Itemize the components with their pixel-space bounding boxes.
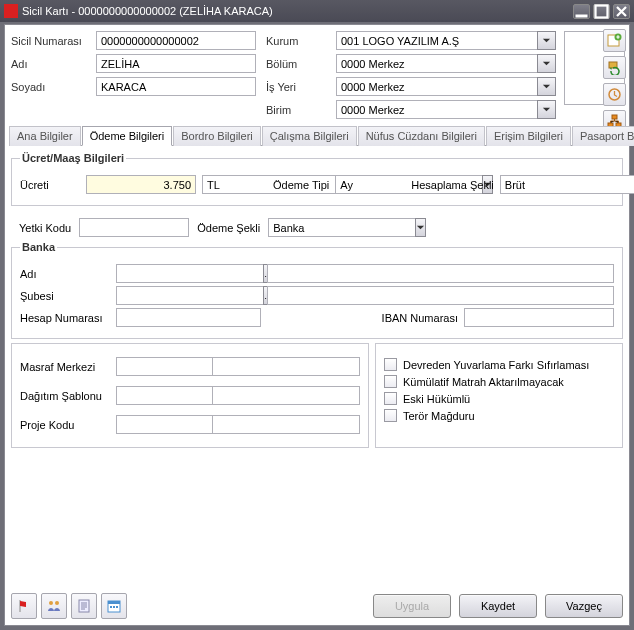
close-button[interactable]	[613, 4, 630, 19]
uygula-button: Uygula	[373, 594, 451, 618]
kumulatif-checkbox[interactable]	[384, 375, 397, 388]
tool-people[interactable]	[41, 593, 67, 619]
kurum-dropdown-button[interactable]	[537, 31, 556, 50]
svg-rect-0	[576, 14, 588, 17]
hesaplama-input[interactable]	[500, 175, 634, 194]
side-tool-add[interactable]	[603, 29, 626, 52]
banka-sube-label: Şubesi	[20, 290, 110, 302]
svg-rect-6	[612, 115, 617, 119]
hesaplama-label: Hesaplama Şekli	[411, 179, 494, 191]
maximize-button[interactable]	[593, 4, 610, 19]
banka-legend: Banka	[20, 241, 57, 253]
odeme-tipi-label: Ödeme Tipi	[273, 179, 329, 191]
tab-bordro-bilgileri[interactable]: Bordro Bilgileri	[173, 126, 261, 146]
masraf-label: Masraf Merkezi	[20, 361, 110, 373]
banka-sube-desc	[267, 286, 614, 305]
hesap-no-label: Hesap Numarası	[20, 312, 110, 324]
devreden-label: Devreden Yuvarlama Farkı Sıfırlaması	[403, 359, 589, 371]
birim-dropdown-button[interactable]	[537, 100, 556, 119]
ucreti-input[interactable]	[86, 175, 196, 194]
minimize-button[interactable]	[573, 4, 590, 19]
hesap-no-input[interactable]	[116, 308, 261, 327]
svg-rect-1	[596, 5, 608, 17]
tab-odeme-bilgileri[interactable]: Ödeme Bilgileri	[82, 126, 173, 146]
soyadi-input[interactable]	[96, 77, 256, 96]
dagitim-label: Dağıtım Şablonu	[20, 390, 110, 402]
dagitim-desc	[212, 386, 360, 405]
kumulatif-label: Kümülatif Matrah Aktarılmayacak	[403, 376, 564, 388]
kurum-label: Kurum	[266, 35, 326, 47]
bolum-label: Bölüm	[266, 58, 326, 70]
banka-group: Banka Adı … Şubesi …	[11, 241, 623, 339]
isyeri-input[interactable]	[336, 77, 537, 96]
flags-panel: Devreden Yuvarlama Farkı Sıfırlaması Küm…	[375, 343, 623, 448]
tab-calisma-bilgileri[interactable]: Çalışma Bilgileri	[262, 126, 357, 146]
tab-erisim-bilgileri[interactable]: Erişim Bilgileri	[486, 126, 571, 146]
masraf-desc	[212, 357, 360, 376]
yetki-kodu-label: Yetki Kodu	[19, 222, 71, 234]
teror-checkbox[interactable]	[384, 409, 397, 422]
kurum-input[interactable]	[336, 31, 537, 50]
tab-nufus-cuzdani[interactable]: Nüfus Cüzdanı Bilgileri	[358, 126, 485, 146]
birim-label: Birim	[266, 104, 326, 116]
banka-adi-code-input[interactable]	[116, 264, 263, 283]
svg-rect-13	[108, 601, 120, 604]
tab-pasaport-bilgileri[interactable]: Pasaport Bilgileri	[572, 126, 634, 146]
titlebar: Sicil Kartı - 0000000000000002 (ZELİHA K…	[0, 0, 634, 22]
sicil-no-label: Sicil Numarası	[11, 35, 86, 47]
eski-label: Eski Hükümlü	[403, 393, 470, 405]
sicil-no-input[interactable]	[96, 31, 256, 50]
tool-flag[interactable]	[11, 593, 37, 619]
svg-point-9	[49, 601, 53, 605]
svg-rect-11	[79, 600, 89, 612]
proje-desc	[212, 415, 360, 434]
odeme-sekli-input[interactable]	[268, 218, 415, 237]
kaydet-button[interactable]: Kaydet	[459, 594, 537, 618]
vazgec-button[interactable]: Vazgeç	[545, 594, 623, 618]
adi-input[interactable]	[96, 54, 256, 73]
ucret-legend: Ücret/Maaş Bilgileri	[20, 152, 126, 164]
ucreti-label: Ücreti	[20, 179, 80, 191]
proje-label: Proje Kodu	[20, 419, 110, 431]
odeme-sekli-label: Ödeme Şekli	[197, 222, 260, 234]
birim-input[interactable]	[336, 100, 537, 119]
bolum-dropdown-button[interactable]	[537, 54, 556, 73]
ucret-maas-group: Ücret/Maaş Bilgileri Ücreti Ödeme Tipi H…	[11, 152, 623, 206]
side-tool-refresh[interactable]	[603, 56, 626, 79]
eski-checkbox[interactable]	[384, 392, 397, 405]
soyadi-label: Soyadı	[11, 81, 86, 93]
svg-point-10	[55, 601, 59, 605]
tabs: Ana Bilgiler Ödeme Bilgileri Bordro Bilg…	[9, 125, 625, 146]
banka-sube-code-input[interactable]	[116, 286, 263, 305]
isyeri-label: İş Yeri	[266, 81, 326, 93]
tool-document[interactable]	[71, 593, 97, 619]
banka-adi-label: Adı	[20, 268, 110, 280]
tab-ana-bilgiler[interactable]: Ana Bilgiler	[9, 126, 81, 146]
isyeri-dropdown-button[interactable]	[537, 77, 556, 96]
odeme-sekli-dropdown[interactable]	[415, 218, 426, 237]
devreden-checkbox[interactable]	[384, 358, 397, 371]
cost-panel: Masraf Merkezi … Dağıtım Şablonu …	[11, 343, 369, 448]
tool-calendar[interactable]	[101, 593, 127, 619]
yetki-kodu-input[interactable]	[79, 218, 189, 237]
app-icon	[4, 4, 18, 18]
bolum-input[interactable]	[336, 54, 537, 73]
teror-label: Terör Mağduru	[403, 410, 475, 422]
adi-label: Adı	[11, 58, 86, 70]
iban-label: IBAN Numarası	[382, 312, 458, 324]
banka-adi-desc	[267, 264, 614, 283]
iban-input[interactable]	[464, 308, 614, 327]
side-tool-history[interactable]	[603, 83, 626, 106]
window-title: Sicil Kartı - 0000000000000002 (ZELİHA K…	[22, 5, 273, 17]
